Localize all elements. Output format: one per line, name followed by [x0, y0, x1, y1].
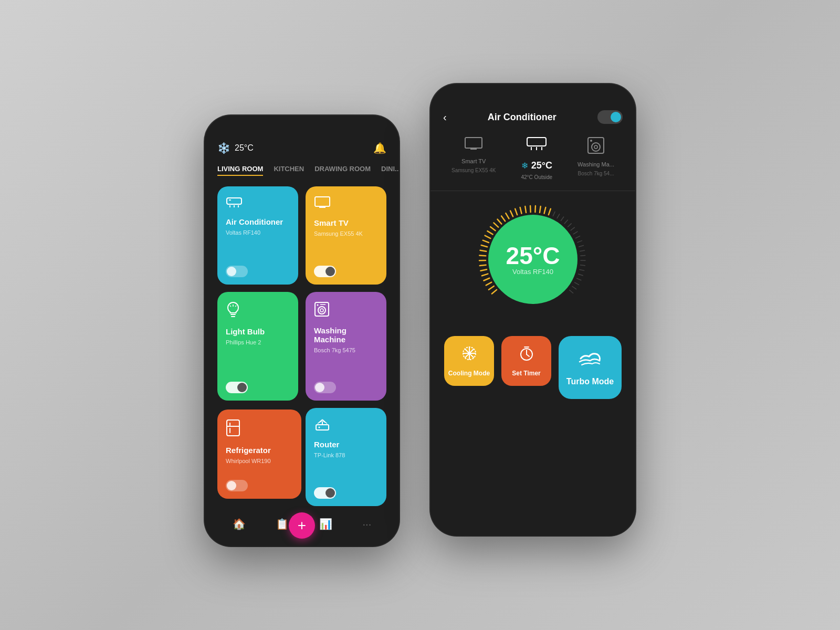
svg-line-74	[573, 232, 578, 234]
carousel-ac[interactable]: ❄ 25°C 42°C Outside	[521, 136, 553, 180]
svg-point-16	[317, 304, 319, 306]
phones-container: ❄️ 25°C 🔔 LIVING ROOM KITCHEN DRAWING RO…	[205, 84, 635, 546]
svg-line-23	[318, 419, 322, 424]
carousel-tv-icon	[464, 136, 483, 155]
svg-line-71	[564, 220, 568, 224]
svg-line-62	[525, 206, 526, 213]
cooling-mode-label: Cooling Mode	[448, 370, 490, 377]
svg-line-77	[579, 246, 584, 247]
svg-point-15	[320, 309, 323, 312]
svg-line-83	[579, 274, 583, 276]
carousel-ac-temp: 25°C	[531, 160, 552, 171]
svg-line-67	[549, 209, 551, 215]
svg-line-63	[530, 206, 531, 212]
router-toggle[interactable]	[314, 487, 378, 499]
tab-kitchen[interactable]: KITCHEN	[274, 165, 304, 176]
svg-rect-9	[231, 316, 235, 317]
tab-drawing-room[interactable]: DRAWING ROOM	[314, 165, 371, 176]
carousel-tv[interactable]: Smart TV Samsung EX55 4K	[452, 136, 496, 180]
svg-line-55	[494, 223, 498, 227]
svg-line-76	[578, 240, 582, 242]
svg-point-14	[318, 307, 326, 314]
fridge-toggle[interactable]	[226, 480, 293, 491]
svg-line-11	[230, 306, 231, 307]
bulb-card[interactable]: Light Bulb Phillips Hue 2	[217, 292, 298, 401]
tv-toggle[interactable]	[314, 266, 378, 277]
phone-home: ❄️ 25°C 🔔 LIVING ROOM KITCHEN DRAWING RO…	[205, 116, 399, 546]
svg-line-59	[510, 211, 513, 216]
tab-dining[interactable]: DINI...	[381, 165, 399, 176]
svg-line-82	[580, 269, 584, 270]
svg-rect-18	[316, 425, 329, 430]
svg-line-81	[580, 265, 585, 266]
washer-icon	[314, 301, 378, 321]
svg-line-84	[577, 278, 581, 280]
svg-line-61	[520, 207, 522, 214]
svg-line-43	[484, 278, 489, 281]
cooling-mode-button[interactable]: Cooling Mode	[444, 336, 494, 386]
carousel-washer-name: Washing Ma...	[578, 161, 614, 167]
fridge-subtitle: Whirlpool WR190	[226, 458, 293, 464]
fridge-card-container: Refrigerator Whirlpool WR190	[217, 410, 301, 499]
svg-line-51	[483, 240, 489, 243]
svg-line-87	[570, 290, 573, 293]
svg-line-54	[490, 227, 496, 230]
ac-icon	[226, 196, 290, 212]
svg-line-56	[497, 219, 501, 224]
router-icon	[314, 417, 378, 435]
fridge-name: Refrigerator	[226, 446, 293, 455]
home-header: ❄️ 25°C 🔔	[205, 116, 399, 161]
svg-line-86	[572, 287, 576, 289]
room-tabs: LIVING ROOM KITCHEN DRAWING ROOM DINI...	[205, 161, 399, 182]
phone-ac-detail: ‹ Air Conditioner S	[430, 84, 635, 536]
stats-nav-icon[interactable]: 📊	[319, 518, 332, 530]
tv-card[interactable]: Smart TV Samsung EX55 4K	[306, 186, 386, 285]
svg-line-72	[568, 224, 572, 227]
mode-buttons: Cooling Mode Set Timer	[430, 328, 635, 415]
svg-line-58	[506, 213, 509, 218]
washer-card[interactable]: Washing Machine Bosch 7kg 5475	[306, 292, 386, 401]
svg-line-79	[581, 256, 585, 256]
bulb-toggle[interactable]	[226, 382, 290, 393]
temperature-dial[interactable]: 25°C Voltas RF140	[488, 215, 578, 304]
svg-rect-25	[227, 420, 239, 436]
add-device-button[interactable]: +	[289, 512, 315, 539]
svg-line-95	[527, 354, 529, 356]
svg-line-85	[575, 282, 579, 285]
weather-display: ❄️ 25°C	[217, 142, 254, 154]
home-nav-icon[interactable]: 🏠	[233, 518, 246, 530]
tv-name: Smart TV	[314, 218, 378, 227]
svg-line-53	[487, 231, 492, 234]
dial-outer[interactable]: 25°C Voltas RF140	[475, 202, 591, 317]
ac-detail-title: Air Conditioner	[488, 112, 556, 123]
svg-line-48	[479, 255, 486, 256]
washer-toggle[interactable]	[314, 382, 378, 393]
ac-name: Air Conditioner	[226, 217, 290, 226]
svg-line-60	[515, 209, 517, 215]
turbo-mode-label: Turbo Mode	[566, 377, 614, 386]
turbo-mode-button[interactable]: Turbo Mode	[559, 336, 622, 399]
tab-living-room[interactable]: LIVING ROOM	[217, 165, 263, 176]
router-card[interactable]: Router TP-Link 878	[306, 408, 386, 506]
svg-line-75	[576, 236, 580, 238]
svg-rect-0	[227, 198, 242, 204]
bulb-icon	[226, 301, 290, 322]
back-button[interactable]: ‹	[443, 111, 447, 123]
ac-card[interactable]: Air Conditioner Voltas RF140	[217, 186, 298, 285]
svg-rect-5	[315, 197, 330, 206]
svg-rect-8	[230, 314, 236, 315]
ac-power-toggle[interactable]	[597, 110, 623, 124]
notification-bell-icon[interactable]: 🔔	[373, 142, 386, 154]
timer-mode-button[interactable]: Set Timer	[501, 336, 551, 386]
list-nav-icon[interactable]: 📋	[276, 518, 289, 530]
svg-line-70	[561, 217, 563, 220]
svg-line-52	[485, 236, 491, 238]
more-nav-icon[interactable]: ···	[363, 518, 372, 530]
svg-line-68	[553, 212, 555, 216]
ac-toggle[interactable]	[226, 266, 290, 277]
carousel-tv-sub: Samsung EX55 4K	[452, 167, 496, 173]
svg-line-12	[235, 306, 236, 307]
carousel-washer[interactable]: Washing Ma... Bosch 7kg 54...	[578, 136, 614, 180]
washer-subtitle: Bosch 7kg 5475	[314, 347, 378, 353]
fridge-card[interactable]: Refrigerator Whirlpool WR190	[217, 410, 301, 499]
